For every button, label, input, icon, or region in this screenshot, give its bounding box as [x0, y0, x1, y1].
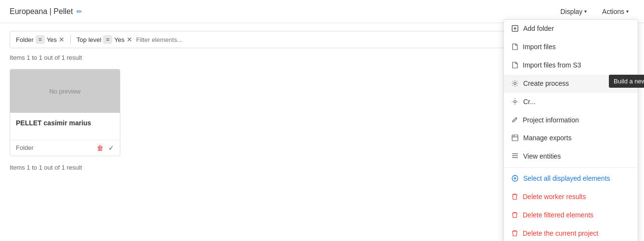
display-label: Display — [560, 8, 582, 15]
dropdown-import-files-s3[interactable]: Import files from S3 — [504, 56, 638, 75]
filter-toplevel-op: = — [103, 35, 112, 44]
svg-point-4 — [514, 101, 516, 103]
dropdown-import-files[interactable]: Import files — [504, 38, 638, 56]
plus-square-icon — [512, 25, 518, 33]
card-body: PELLET casimir marius — [10, 113, 120, 140]
filter-toplevel-close-icon[interactable]: ✕ — [127, 36, 132, 43]
select-all-label: Select all displayed elements — [523, 174, 610, 182]
dropdown-add-folder[interactable]: Add folder — [504, 20, 638, 38]
actions-dropdown: Add folder Import files Import files fro… — [503, 19, 638, 187]
svg-point-3 — [514, 82, 516, 85]
gear2-icon — [512, 98, 518, 107]
project-info-label: Project information — [523, 116, 579, 124]
filter-toplevel-val: Yes — [114, 36, 124, 43]
dropdown-project-info[interactable]: Project information — [504, 111, 638, 129]
card-footer-label: Folder — [16, 144, 34, 151]
filter-divider-1 — [70, 35, 71, 44]
view-entities-label: View entities — [523, 152, 561, 160]
pencil-project-icon — [512, 117, 518, 124]
dropdown-select-all[interactable]: Select all displayed elements — [504, 170, 638, 187]
filter-folder: Folder = Yes ✕ — [16, 35, 64, 44]
card-preview-area: No preview — [10, 69, 120, 113]
header-title-area: Europeana | Pellet ✏ — [10, 7, 82, 16]
svg-rect-5 — [512, 135, 518, 141]
dropdown-divider — [504, 167, 638, 168]
import-files-s3-label: Import files from S3 — [523, 61, 581, 69]
display-chevron-icon: ▾ — [584, 9, 587, 14]
filter-toplevel-key: Top level — [77, 36, 101, 43]
card-footer-icons: 🗑 ✓ — [97, 144, 114, 152]
filter-folder-key: Folder — [16, 36, 34, 43]
filter-folder-val: Yes — [47, 36, 57, 43]
dropdown-create-process[interactable]: Create process Build a new ML process fr… — [504, 75, 638, 93]
filter-toplevel: Top level = Yes ✕ — [77, 35, 132, 44]
filter-folder-close-icon[interactable]: ✕ — [59, 36, 64, 43]
no-preview-text: No preview — [49, 88, 80, 95]
card-title: PELLET casimir marius — [16, 119, 114, 128]
create-2-label: Cr... — [523, 98, 536, 106]
actions-chevron-icon: ▾ — [626, 9, 629, 14]
edit-icon[interactable]: ✏ — [77, 8, 82, 15]
card-trash-icon[interactable]: 🗑 — [97, 144, 103, 152]
export-icon — [512, 134, 518, 143]
manage-exports-label: Manage exports — [523, 134, 571, 142]
actions-button[interactable]: Actions ▾ — [596, 5, 634, 18]
list-icon — [512, 153, 518, 161]
dropdown-create-2[interactable]: Cr... — [504, 93, 638, 111]
dropdown-manage-exports[interactable]: Manage exports — [504, 129, 638, 147]
app-title: Europeana | Pellet — [10, 7, 73, 16]
file-icon — [512, 43, 518, 52]
add-folder-label: Add folder — [523, 25, 554, 32]
display-button[interactable]: Display ▾ — [554, 5, 592, 18]
dropdown-view-entities[interactable]: View entities — [504, 147, 638, 165]
filter-folder-op: = — [36, 35, 45, 44]
card-footer: Folder 🗑 ✓ — [10, 140, 120, 156]
header-actions-area: Display ▾ Actions ▾ — [554, 5, 634, 18]
card-check-icon[interactable]: ✓ — [108, 144, 114, 152]
create-process-label: Create process — [523, 80, 569, 87]
item-card: No preview PELLET casimir marius Folder … — [10, 69, 120, 156]
circle-plus-icon — [512, 175, 518, 183]
import-files-label: Import files — [523, 43, 555, 51]
actions-label: Actions — [602, 8, 624, 15]
file-s3-icon — [512, 62, 518, 70]
gear-create-icon — [512, 80, 518, 88]
